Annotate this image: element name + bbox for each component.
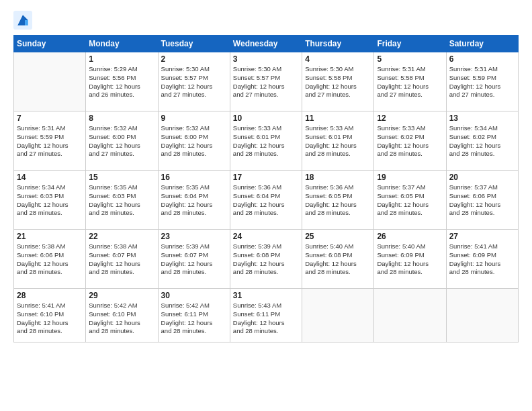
day-info: Sunrise: 5:36 AM Sunset: 6:04 PM Dayligh…: [233, 183, 299, 218]
day-number: 6: [449, 54, 515, 64]
calendar-cell: 15Sunrise: 5:35 AM Sunset: 6:03 PM Dayli…: [86, 171, 158, 230]
calendar-day-header: Thursday: [302, 36, 374, 52]
calendar-cell: 21Sunrise: 5:38 AM Sunset: 6:06 PM Dayli…: [14, 230, 86, 289]
calendar-week-row: 1Sunrise: 5:29 AM Sunset: 5:56 PM Daylig…: [14, 52, 519, 111]
calendar-day-header: Wednesday: [230, 36, 302, 52]
day-info: Sunrise: 5:30 AM Sunset: 5:58 PM Dayligh…: [305, 65, 371, 99]
day-info: Sunrise: 5:30 AM Sunset: 5:57 PM Dayligh…: [161, 65, 227, 99]
calendar-cell: 30Sunrise: 5:42 AM Sunset: 6:11 PM Dayli…: [158, 289, 230, 342]
calendar-cell: 31Sunrise: 5:43 AM Sunset: 6:11 PM Dayli…: [230, 289, 302, 342]
calendar-cell: [374, 289, 446, 342]
calendar-cell: [446, 289, 518, 342]
day-info: Sunrise: 5:38 AM Sunset: 6:07 PM Dayligh…: [89, 242, 154, 277]
day-number: 29: [89, 291, 154, 300]
calendar-cell: 28Sunrise: 5:41 AM Sunset: 6:10 PM Dayli…: [14, 289, 86, 342]
calendar-cell: 10Sunrise: 5:33 AM Sunset: 6:01 PM Dayli…: [230, 111, 302, 171]
day-info: Sunrise: 5:33 AM Sunset: 6:02 PM Dayligh…: [377, 124, 443, 158]
calendar-cell: 13Sunrise: 5:34 AM Sunset: 6:02 PM Dayli…: [446, 111, 518, 171]
calendar-cell: 9Sunrise: 5:32 AM Sunset: 6:00 PM Daylig…: [158, 111, 230, 171]
day-info: Sunrise: 5:33 AM Sunset: 6:01 PM Dayligh…: [305, 124, 371, 158]
logo: [13, 11, 34, 30]
calendar-day-header: Tuesday: [158, 36, 230, 52]
day-number: 15: [89, 173, 154, 182]
calendar-cell: 8Sunrise: 5:32 AM Sunset: 6:00 PM Daylig…: [86, 111, 158, 171]
day-number: 19: [377, 173, 443, 182]
day-number: 7: [17, 113, 83, 123]
page: SundayMondayTuesdayWednesdayThursdayFrid…: [0, 0, 532, 411]
day-number: 9: [161, 113, 227, 123]
calendar-week-row: 21Sunrise: 5:38 AM Sunset: 6:06 PM Dayli…: [14, 230, 519, 289]
day-info: Sunrise: 5:31 AM Sunset: 5:59 PM Dayligh…: [449, 65, 515, 99]
day-number: 21: [17, 232, 83, 241]
day-info: Sunrise: 5:36 AM Sunset: 6:05 PM Dayligh…: [305, 183, 371, 218]
calendar-cell: 24Sunrise: 5:39 AM Sunset: 6:08 PM Dayli…: [230, 230, 302, 289]
day-info: Sunrise: 5:33 AM Sunset: 6:01 PM Dayligh…: [233, 124, 299, 158]
calendar-week-row: 7Sunrise: 5:31 AM Sunset: 5:59 PM Daylig…: [14, 111, 519, 171]
calendar-cell: 20Sunrise: 5:37 AM Sunset: 6:06 PM Dayli…: [446, 171, 518, 230]
calendar-cell: 27Sunrise: 5:41 AM Sunset: 6:09 PM Dayli…: [446, 230, 518, 289]
day-info: Sunrise: 5:35 AM Sunset: 6:03 PM Dayligh…: [89, 183, 154, 218]
calendar-cell: [14, 52, 86, 111]
calendar-cell: 25Sunrise: 5:40 AM Sunset: 6:08 PM Dayli…: [302, 230, 374, 289]
day-number: 25: [305, 232, 371, 241]
day-info: Sunrise: 5:40 AM Sunset: 6:08 PM Dayligh…: [305, 242, 371, 277]
day-info: Sunrise: 5:37 AM Sunset: 6:05 PM Dayligh…: [377, 183, 443, 218]
day-info: Sunrise: 5:31 AM Sunset: 5:59 PM Dayligh…: [17, 124, 83, 158]
day-number: 17: [233, 173, 299, 182]
calendar-cell: 16Sunrise: 5:35 AM Sunset: 6:04 PM Dayli…: [158, 171, 230, 230]
day-info: Sunrise: 5:42 AM Sunset: 6:10 PM Dayligh…: [89, 302, 154, 336]
calendar: SundayMondayTuesdayWednesdayThursdayFrid…: [13, 35, 519, 342]
day-info: Sunrise: 5:38 AM Sunset: 6:06 PM Dayligh…: [17, 242, 83, 277]
day-number: 22: [89, 232, 154, 241]
day-number: 10: [233, 113, 299, 123]
day-info: Sunrise: 5:42 AM Sunset: 6:11 PM Dayligh…: [161, 302, 227, 336]
day-number: 8: [89, 113, 154, 123]
day-number: 18: [305, 173, 371, 182]
day-info: Sunrise: 5:41 AM Sunset: 6:09 PM Dayligh…: [449, 242, 515, 277]
day-number: 28: [17, 291, 83, 300]
calendar-cell: 7Sunrise: 5:31 AM Sunset: 5:59 PM Daylig…: [14, 111, 86, 171]
calendar-day-header: Saturday: [446, 36, 518, 52]
calendar-cell: 14Sunrise: 5:34 AM Sunset: 6:03 PM Dayli…: [14, 171, 86, 230]
calendar-cell: 3Sunrise: 5:30 AM Sunset: 5:57 PM Daylig…: [230, 52, 302, 111]
calendar-cell: [302, 289, 374, 342]
calendar-cell: 2Sunrise: 5:30 AM Sunset: 5:57 PM Daylig…: [158, 52, 230, 111]
calendar-day-header: Monday: [86, 36, 158, 52]
day-info: Sunrise: 5:35 AM Sunset: 6:04 PM Dayligh…: [161, 183, 227, 218]
calendar-cell: 5Sunrise: 5:31 AM Sunset: 5:58 PM Daylig…: [374, 52, 446, 111]
calendar-cell: 18Sunrise: 5:36 AM Sunset: 6:05 PM Dayli…: [302, 171, 374, 230]
day-number: 27: [449, 232, 515, 241]
day-number: 2: [161, 54, 227, 64]
day-number: 30: [161, 291, 227, 300]
day-number: 12: [377, 113, 443, 123]
calendar-cell: 6Sunrise: 5:31 AM Sunset: 5:59 PM Daylig…: [446, 52, 518, 111]
day-number: 23: [161, 232, 227, 241]
day-info: Sunrise: 5:34 AM Sunset: 6:03 PM Dayligh…: [17, 183, 83, 218]
day-info: Sunrise: 5:41 AM Sunset: 6:10 PM Dayligh…: [17, 302, 83, 336]
day-info: Sunrise: 5:40 AM Sunset: 6:09 PM Dayligh…: [377, 242, 443, 277]
calendar-week-row: 28Sunrise: 5:41 AM Sunset: 6:10 PM Dayli…: [14, 289, 519, 342]
calendar-cell: 11Sunrise: 5:33 AM Sunset: 6:01 PM Dayli…: [302, 111, 374, 171]
day-number: 26: [377, 232, 443, 241]
svg-marker-2: [25, 20, 28, 26]
day-number: 3: [233, 54, 299, 64]
calendar-cell: 26Sunrise: 5:40 AM Sunset: 6:09 PM Dayli…: [374, 230, 446, 289]
calendar-cell: 12Sunrise: 5:33 AM Sunset: 6:02 PM Dayli…: [374, 111, 446, 171]
day-number: 31: [233, 291, 299, 300]
calendar-day-header: Friday: [374, 36, 446, 52]
calendar-week-row: 14Sunrise: 5:34 AM Sunset: 6:03 PM Dayli…: [14, 171, 519, 230]
day-number: 4: [305, 54, 371, 64]
day-info: Sunrise: 5:34 AM Sunset: 6:02 PM Dayligh…: [449, 124, 515, 158]
day-number: 1: [89, 54, 154, 64]
day-number: 13: [449, 113, 515, 123]
calendar-cell: 19Sunrise: 5:37 AM Sunset: 6:05 PM Dayli…: [374, 171, 446, 230]
calendar-cell: 4Sunrise: 5:30 AM Sunset: 5:58 PM Daylig…: [302, 52, 374, 111]
day-info: Sunrise: 5:30 AM Sunset: 5:57 PM Dayligh…: [233, 65, 299, 99]
day-info: Sunrise: 5:37 AM Sunset: 6:06 PM Dayligh…: [449, 183, 515, 218]
logo-icon: [13, 11, 32, 30]
day-info: Sunrise: 5:39 AM Sunset: 6:07 PM Dayligh…: [161, 242, 227, 277]
calendar-day-header: Sunday: [14, 36, 86, 52]
day-info: Sunrise: 5:43 AM Sunset: 6:11 PM Dayligh…: [233, 302, 299, 336]
calendar-header-row: SundayMondayTuesdayWednesdayThursdayFrid…: [14, 36, 519, 52]
day-number: 11: [305, 113, 371, 123]
